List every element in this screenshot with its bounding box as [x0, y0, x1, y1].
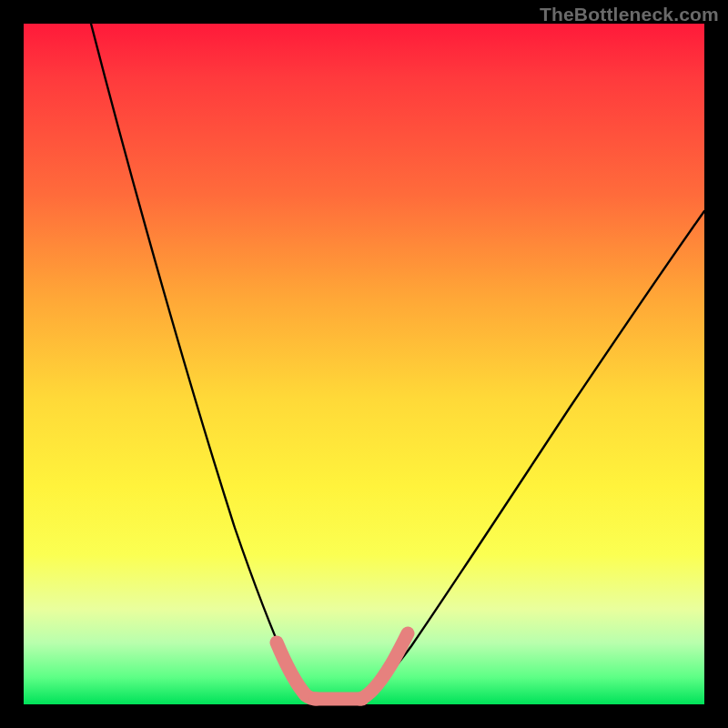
right-curve [362, 211, 704, 697]
highlight-left [277, 642, 317, 699]
highlight-right [360, 633, 408, 699]
outer-frame: TheBottleneck.com [0, 0, 728, 728]
left-curve [91, 24, 311, 697]
curve-layer [0, 0, 728, 728]
